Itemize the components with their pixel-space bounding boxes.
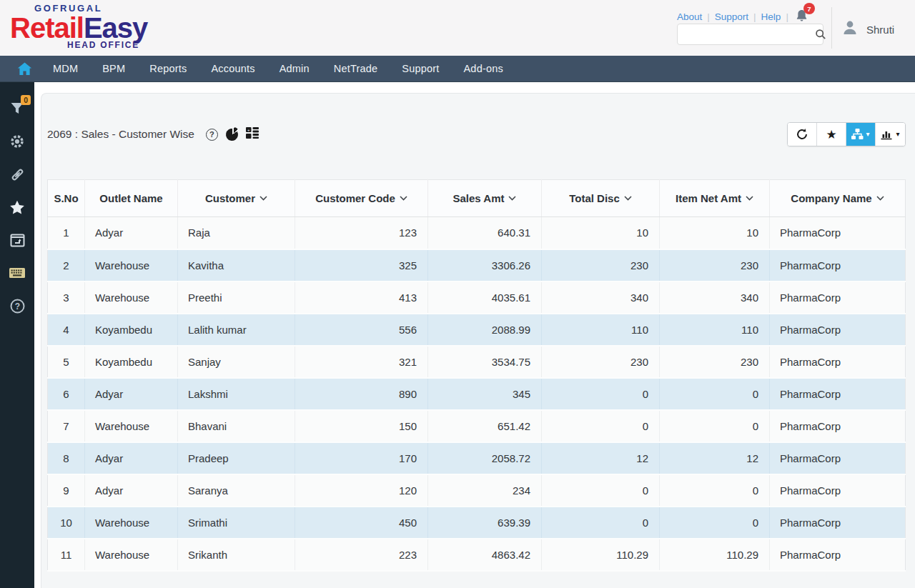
cell-customer-code: 170 (295, 442, 428, 474)
home-button[interactable] (9, 62, 41, 76)
column-header-outlet-name: Outlet Name (85, 180, 178, 217)
cell-total-disc: 110 (542, 314, 660, 346)
table-row[interactable]: 7WarehouseBhavani150651.4200PharmaCorp (48, 410, 906, 442)
sidebar-help-button[interactable]: ? (0, 289, 34, 322)
cell-company-name: PharmaCorp (770, 410, 906, 442)
cell-company-name: PharmaCorp (770, 442, 906, 474)
filter-button[interactable]: 0 (0, 92, 34, 125)
table-row[interactable]: 3WarehousePreethi4134035.61340340PharmaC… (48, 281, 906, 314)
nav-item-mdm[interactable]: MDM (41, 63, 90, 74)
cell-total-disc: 10 (542, 217, 660, 249)
nav-item-accounts[interactable]: Accounts (199, 63, 267, 74)
cell-total-disc: 340 (542, 281, 660, 314)
cell-sales-amt: 4863.42 (428, 539, 542, 571)
support-link[interactable]: Support (715, 11, 748, 22)
cell-total-disc: 230 (542, 249, 660, 281)
cell-customer: Saranya (178, 474, 295, 507)
cell-customer-code: 413 (295, 281, 428, 314)
gear-icon (9, 134, 25, 149)
cell-item-net-amt: 340 (660, 281, 770, 314)
table-row[interactable]: 1AdyarRaja123640.311010PharmaCorp (48, 217, 906, 249)
report-title-icons: ? + (206, 127, 259, 141)
window-export-icon (10, 234, 25, 247)
cell-customer: Lalith kumar (178, 314, 295, 346)
cell-item-net-amt: 0 (660, 507, 770, 539)
favorite-button[interactable]: ★ (817, 123, 846, 146)
refresh-icon (796, 128, 808, 141)
cell-outlet-name: Warehouse (85, 249, 178, 281)
grid-icon[interactable]: + (246, 127, 259, 141)
refresh-button[interactable] (788, 123, 817, 146)
cell-outlet-name: Adyar (85, 442, 178, 474)
cell-customer: Srimathi (178, 507, 295, 539)
table-row[interactable]: 11WarehouseSrikanth2234863.42110.29110.2… (48, 539, 906, 571)
cell-company-name: PharmaCorp (770, 314, 906, 346)
cell-s-no: 4 (48, 314, 85, 346)
nav-item-nettrade[interactable]: NetTrade (322, 63, 390, 74)
about-link[interactable]: About (677, 11, 702, 22)
table-row[interactable]: 2WarehouseKavitha3253306.26230230PharmaC… (48, 249, 906, 281)
column-header-item-net-amt[interactable]: Item Net Amt (660, 180, 770, 217)
links-button[interactable] (0, 158, 34, 191)
nav-item-bpm[interactable]: BPM (90, 63, 137, 74)
report-title: 2069 : Sales - Customer Wise (47, 128, 194, 141)
notifications-button[interactable]: 7 (795, 9, 808, 25)
cell-item-net-amt: 0 (660, 378, 770, 410)
search-input[interactable] (678, 29, 815, 40)
column-header-customer-code[interactable]: Customer Code (295, 180, 428, 217)
cell-outlet-name: Adyar (85, 217, 178, 249)
cell-company-name: PharmaCorp (770, 539, 906, 571)
help-icon: ? (10, 299, 25, 314)
link-separator: | (786, 11, 788, 22)
cell-sales-amt: 234 (428, 474, 542, 507)
user-name: Shruti (866, 24, 894, 36)
chart-view-button[interactable]: ▾ (876, 123, 905, 146)
cell-customer-code: 123 (295, 217, 428, 249)
keyboard-shortcuts-button[interactable] (0, 256, 34, 289)
cell-s-no: 11 (48, 539, 85, 571)
cell-item-net-amt: 230 (660, 346, 770, 378)
nav-item-add-ons[interactable]: Add-ons (452, 63, 515, 74)
table-row[interactable]: 8AdyarPradeep1702058.721212PharmaCorp (48, 442, 906, 474)
cell-s-no: 3 (48, 281, 85, 314)
cell-item-net-amt: 110.29 (660, 539, 770, 571)
column-header-customer[interactable]: Customer (178, 180, 295, 217)
nav-item-reports[interactable]: Reports (137, 63, 199, 74)
window-export-button[interactable] (0, 224, 34, 256)
hierarchy-view-button[interactable]: ▾ (846, 123, 876, 146)
report-table: S.NoOutlet NameCustomerCustomer CodeSale… (47, 179, 906, 572)
column-header-company-name[interactable]: Company Name (770, 180, 906, 217)
report-help-icon[interactable]: ? (206, 129, 218, 141)
cell-customer: Raja (178, 217, 295, 249)
column-header-sales-amt[interactable]: Sales Amt (428, 180, 542, 217)
table-row[interactable]: 4KoyambeduLalith kumar5562088.99110110Ph… (48, 314, 906, 346)
table-row[interactable]: 6AdyarLakshmi89034500PharmaCorp (48, 378, 906, 410)
cell-customer-code: 120 (295, 474, 428, 507)
nav-item-admin[interactable]: Admin (267, 63, 322, 74)
table-row[interactable]: 10WarehouseSrimathi450639.3900PharmaCorp (48, 507, 906, 539)
user-menu[interactable]: Shruti (841, 19, 894, 40)
cell-customer: Kavitha (178, 249, 295, 281)
nav-item-support[interactable]: Support (390, 63, 451, 74)
cell-company-name: PharmaCorp (770, 249, 906, 281)
cell-sales-amt: 4035.61 (428, 281, 542, 314)
table-row[interactable]: 5KoyambeduSanjay3213534.75230230PharmaCo… (48, 346, 906, 378)
main-navbar: MDMBPMReportsAccountsAdminNetTradeSuppor… (0, 56, 915, 82)
link-icon (10, 167, 25, 182)
notification-count-badge: 7 (803, 3, 815, 14)
cell-customer-code: 450 (295, 507, 428, 539)
table-row[interactable]: 9AdyarSaranya12023400PharmaCorp (48, 474, 906, 507)
header-divider (831, 7, 832, 49)
cell-outlet-name: Warehouse (85, 507, 178, 539)
cell-sales-amt: 3306.26 (428, 249, 542, 281)
favorites-button[interactable] (0, 191, 34, 224)
settings-button[interactable] (0, 125, 34, 158)
search-icon[interactable] (815, 29, 826, 40)
cell-sales-amt: 3534.75 (428, 346, 542, 378)
cell-customer: Preethi (178, 281, 295, 314)
bar-chart-icon (881, 129, 894, 140)
column-header-total-disc[interactable]: Total Disc (542, 180, 660, 217)
dropdown-caret-icon: ▾ (866, 131, 869, 138)
pie-chart-icon[interactable] (226, 129, 238, 141)
help-link[interactable]: Help (761, 11, 781, 22)
